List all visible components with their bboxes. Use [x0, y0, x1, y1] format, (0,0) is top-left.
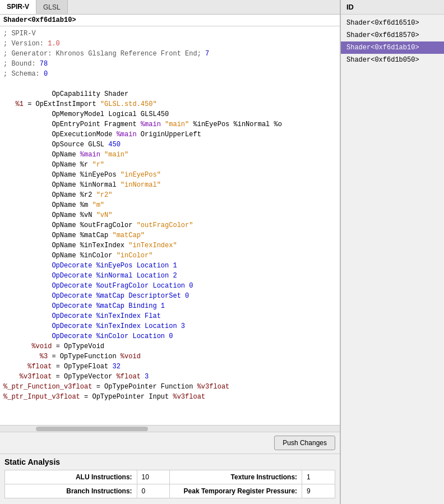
code-line-29: OpDecorate %inTexIndex Location 3 [3, 322, 185, 330]
code-scroll-container: ; SPIR-V ; Version: 1.0 ; Generator: Khr… [0, 26, 340, 425]
tab-spir-v[interactable]: SPIR-V [0, 0, 36, 14]
code-line-13: OpName %r "r" [3, 161, 104, 169]
code-line-24: OpDecorate %inNormal Location 2 [3, 272, 177, 280]
shader-title: Shader<0xf6d1ab10> [0, 15, 340, 26]
code-line-31: %void = OpTypeVoid [3, 343, 104, 350]
code-line-16: OpName %r2 "r2" [3, 191, 112, 199]
code-line-2: ; Generator: Khronos Glslang Reference F… [3, 50, 209, 58]
code-line-19: OpName %outFragColor "outFragColor" [3, 221, 193, 229]
code-line-21: OpName %inTexIndex "inTexIndex" [3, 242, 177, 249]
code-line-35: %_ptr_Function_v3float = OpTypePointer F… [3, 383, 229, 391]
static-analysis-title: Static Analysis [4, 457, 335, 466]
code-line-14: OpName %inEyePos "inEyePos" [3, 171, 161, 179]
analysis-row-1: Branch Instructions: 0 Peak Temporary Re… [5, 484, 335, 498]
code-area[interactable]: ; SPIR-V ; Version: 1.0 ; Generator: Khr… [0, 26, 340, 425]
code-line-28: OpDecorate %inTexIndex Flat [3, 312, 161, 320]
code-line-7: %1 = OpExtInstImport "GLSL.std.450" [3, 100, 157, 108]
shader-item-1[interactable]: Shader<0xf6d18570> [341, 29, 444, 41]
texture-value: 1 [302, 470, 335, 484]
peak-label: Peak Temporary Register Pressure: [170, 484, 302, 498]
tab-glsl[interactable]: GLSL [36, 0, 68, 14]
scrollbar-thumb[interactable] [36, 427, 148, 431]
code-line-27: OpDecorate %matCap Binding 1 [3, 302, 165, 310]
left-panel: SPIR-V GLSL Shader<0xf6d1ab10> ; SPIR-V … [0, 0, 340, 504]
code-line-30: OpDecorate %inColor Location 0 [3, 332, 173, 340]
code-line-34: %v3float = OpTypeVector %float 3 [3, 373, 149, 381]
code-line-22: OpName %inColor "inColor" [3, 252, 152, 260]
code-line-9: OpEntryPoint Fragment %main "main" %inEy… [3, 121, 282, 128]
right-panel: ID Shader<0xf6d16510> Shader<0xf6d18570>… [340, 0, 444, 504]
horizontal-scrollbar[interactable] [0, 425, 340, 432]
code-line-11: OpSource GLSL 450 [3, 141, 121, 149]
code-line-33: %float = OpTypeFloat 32 [3, 363, 121, 371]
branch-value: 0 [137, 484, 170, 498]
code-line-1: ; Version: 1.0 [3, 40, 60, 48]
code-line-18: OpName %vN "vN" [3, 211, 112, 219]
texture-label: Texture Instructions: [170, 470, 302, 484]
push-changes-button[interactable]: Push Changes [274, 436, 335, 450]
code-line-0: ; SPIR-V [3, 30, 36, 38]
code-line-12: OpName %main "main" [3, 151, 128, 159]
peak-value: 9 [302, 484, 335, 498]
code-line-4: ; Schema: 0 [3, 70, 48, 78]
code-line-26: OpDecorate %matCap DescriptorSet 0 [3, 292, 189, 300]
branch-label: Branch Instructions: [5, 484, 137, 498]
code-line-20: OpName %matCap "matCap" [3, 232, 145, 239]
code-line-23: OpDecorate %inEyePos Location 1 [3, 262, 177, 270]
alu-label: ALU Instructions: [5, 470, 137, 484]
code-line-10: OpExecutionMode %main OriginUpperLeft [3, 131, 201, 138]
code-line-25: OpDecorate %outFragColor Location 0 [3, 282, 193, 290]
push-area: Push Changes [0, 432, 340, 454]
shader-list: Shader<0xf6d16510> Shader<0xf6d18570> Sh… [341, 15, 444, 68]
code-line-36: %_ptr_Input_v3float = OpTypePointer Inpu… [3, 393, 205, 401]
tab-bar: SPIR-V GLSL [0, 0, 340, 15]
code-line-15: OpName %inNormal "inNormal" [3, 181, 161, 189]
code-line-8: OpMemoryModel Logical GLSL450 [3, 110, 169, 118]
code-line-17: OpName %m "m" [3, 201, 104, 209]
shader-item-2[interactable]: Shader<0xf6d1ab10> [341, 41, 444, 54]
code-line-32: %3 = OpTypeFunction %void [3, 353, 141, 360]
static-analysis-section: Static Analysis ALU Instructions: 10 Tex… [0, 454, 340, 504]
alu-value: 10 [137, 470, 170, 484]
shader-item-0[interactable]: Shader<0xf6d16510> [341, 17, 444, 29]
main-layout: SPIR-V GLSL Shader<0xf6d1ab10> ; SPIR-V … [0, 0, 444, 504]
shader-item-3[interactable]: Shader<0xf6d1b050> [341, 54, 444, 66]
analysis-row-0: ALU Instructions: 10 Texture Instruction… [5, 470, 335, 484]
code-line-6: OpCapability Shader [3, 90, 128, 98]
right-panel-header: ID [341, 0, 444, 15]
code-line-3: ; Bound: 78 [3, 60, 48, 68]
analysis-table: ALU Instructions: 10 Texture Instruction… [4, 470, 335, 498]
